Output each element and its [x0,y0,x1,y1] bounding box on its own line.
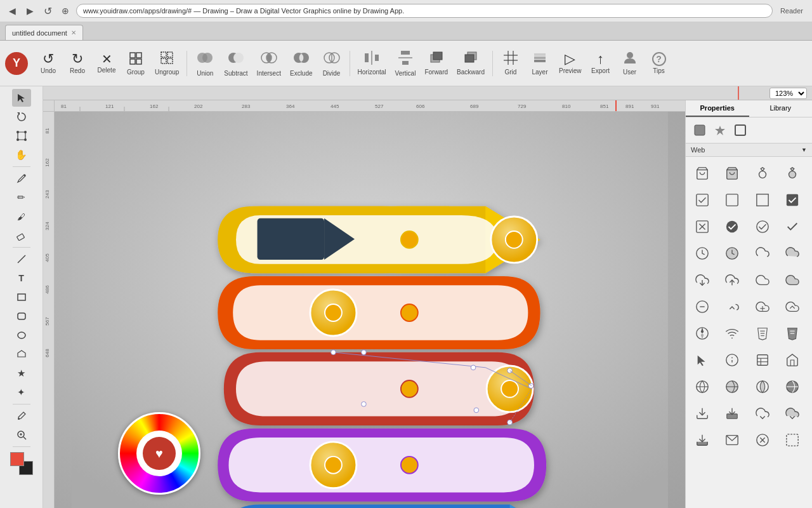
icon-cloud-6[interactable] [780,294,805,319]
icon-download-2[interactable] [719,401,745,426]
icon-globe-2[interactable] [719,374,745,399]
icon-cursor[interactable] [690,347,715,373]
icon-globe-1[interactable] [690,374,715,399]
address-bar[interactable]: www.youidraw.com/apps/drawing/# — Drawin… [76,4,773,18]
icon-cart-2[interactable] [719,161,745,186]
tool-brush[interactable]: 🖌 [12,208,31,225]
color-wheel[interactable]: ♥ [118,412,200,495]
toolbar-horizontal[interactable]: Horizontal [354,48,390,78]
tool-node[interactable] [12,127,31,145]
nav-forward[interactable]: ▶ [23,4,37,18]
canvas-viewport[interactable]: ♥ [55,112,685,508]
icon-cloud-up[interactable] [719,294,745,319]
toolbar-user[interactable]: User [616,48,644,78]
icon-x-box[interactable] [690,214,715,239]
panel-stroke-btn[interactable] [731,121,749,139]
tool-star[interactable]: ★ [12,364,31,382]
toolbar-backward[interactable]: Backward [453,48,488,78]
icon-minus-circle[interactable] [690,294,715,319]
tab-untitled[interactable]: untitled document ✕ [5,25,83,40]
tool-rotate[interactable] [12,108,31,126]
icon-square-2[interactable] [750,187,775,213]
tool-shape[interactable]: ✦ [12,384,31,401]
tool-eraser[interactable] [12,227,31,244]
toolbar-forward[interactable]: Forward [421,48,452,78]
icon-globe-4[interactable] [780,374,805,399]
tool-text[interactable]: T [12,269,31,287]
toolbar-ungroup[interactable]: Ungroup [151,48,183,78]
icon-mail[interactable] [719,427,745,453]
toolbar-group[interactable]: Group [122,49,150,78]
tool-ellipse[interactable] [12,326,31,344]
icon-table[interactable] [750,347,775,373]
icon-cloud-3[interactable] [750,267,775,293]
nav-home[interactable]: ⊕ [58,4,72,18]
icon-cloud-ul-1[interactable] [719,267,745,293]
tab-close[interactable]: ✕ [71,29,76,36]
tool-polygon[interactable] [12,345,31,363]
toolbar-redo[interactable]: ↻ Redo [63,50,91,77]
tab-properties[interactable]: Properties [686,100,749,117]
toolbar-undo[interactable]: ↺ Undo [34,50,62,77]
icon-square-1[interactable] [719,187,745,213]
tool-pan[interactable]: ✋ [12,146,31,164]
color-picker[interactable] [10,452,33,475]
nav-refresh[interactable]: ↺ [41,4,55,18]
icon-cloud-dl-2[interactable] [750,401,775,426]
icon-cloud-4[interactable] [780,267,805,293]
icon-cart-1[interactable] [690,161,715,186]
tool-zoom[interactable] [12,426,31,444]
icon-medal-2[interactable] [780,161,805,186]
icon-clock-1[interactable] [690,241,715,266]
toolbar-grid[interactable]: Grid [497,48,525,78]
icon-cloud-2[interactable] [780,241,805,266]
panel-fill-btn[interactable] [691,121,709,139]
tool-select[interactable] [12,89,31,107]
icon-checkbox-2[interactable] [780,187,805,213]
icon-cloud-dl-3[interactable] [780,401,805,426]
icon-wifi[interactable] [719,321,745,346]
icon-download-1[interactable] [690,401,715,426]
icon-checkbox-1[interactable] [690,187,715,213]
icon-home[interactable] [780,347,805,373]
icon-cloud-dl-1[interactable] [690,267,715,293]
web-dropdown[interactable]: Web ▼ [686,144,812,157]
reader-btn[interactable]: Reader [776,4,807,18]
tool-eyedropper[interactable] [12,407,31,425]
icon-compass[interactable] [690,321,715,346]
zoom-select[interactable]: 50% 75% 100% 123% 150% 200% [769,88,807,99]
icon-info[interactable] [719,347,745,373]
icon-x-circle[interactable] [750,427,775,453]
toolbar-exclude[interactable]: Exclude [286,47,317,79]
icon-globe-3[interactable] [750,374,775,399]
icon-css3[interactable] [750,321,775,346]
icon-cloud-1[interactable] [750,241,775,266]
toolbar-tips[interactable]: ? Tips [645,50,673,77]
tool-pencil[interactable]: ✏ [12,189,31,206]
icon-selection[interactable] [780,427,805,453]
tool-rect[interactable] [12,288,31,306]
toolbar-layer[interactable]: Layer [526,48,554,78]
toolbar-union[interactable]: Union [191,47,219,79]
toolbar-intersect[interactable]: Intersect [253,47,285,79]
tab-library[interactable]: Library [749,100,813,117]
toolbar-export[interactable]: ↑ Export [587,50,615,77]
nav-back[interactable]: ◀ [5,4,19,18]
tool-roundrect[interactable] [12,307,31,325]
toolbar-delete[interactable]: ✕ Delete [93,50,121,76]
icon-download-3[interactable] [690,427,715,453]
panel-star-btn[interactable] [711,121,729,139]
toolbar-preview[interactable]: ▷ Preview [555,50,586,77]
icon-medal-1[interactable] [750,161,775,186]
icon-check-2[interactable] [780,214,805,239]
icon-clock-2[interactable] [719,241,745,266]
toolbar-subtract[interactable]: Subtract [220,47,251,79]
toolbar-vertical[interactable]: Vertical [391,47,420,79]
icon-check-circle-1[interactable] [719,214,745,239]
icon-check-1[interactable] [750,214,775,239]
tool-pen[interactable] [12,170,31,187]
icon-css3-filled[interactable] [780,321,805,346]
icon-cloud-5[interactable] [750,294,775,319]
toolbar-divide[interactable]: Divide [318,47,346,79]
tool-line[interactable] [12,250,31,268]
